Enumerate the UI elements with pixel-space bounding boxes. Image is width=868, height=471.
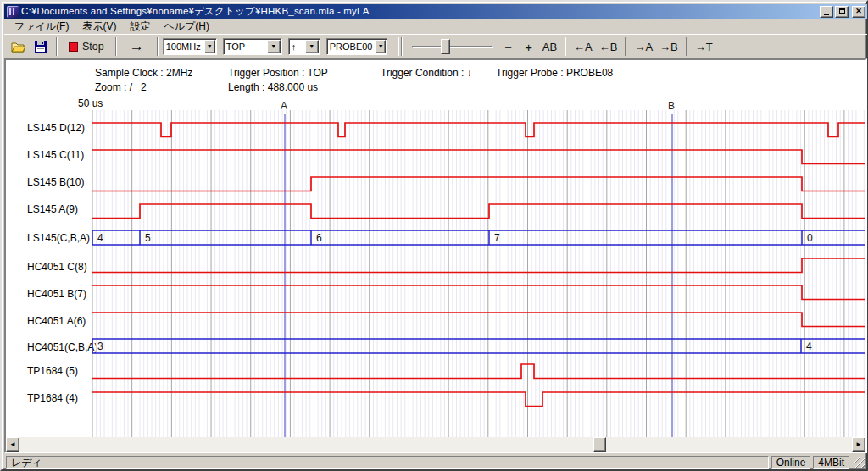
chevron-down-icon[interactable]: ▼: [376, 40, 385, 53]
digital-trace: [92, 392, 865, 407]
stop-button[interactable]: Stop: [62, 37, 111, 56]
signal-label: LS145 A(9): [27, 203, 78, 215]
titlebar[interactable]: C:¥Documents and Settings¥noname¥デスクトップ¥…: [4, 4, 867, 19]
bus-value: 6: [316, 232, 322, 244]
signal-label: LS145 B(10): [27, 176, 84, 188]
toolbar: Stop → 100MHz ▼ TOP ▼ ↑ ▼ PROBE00 ▼ − + …: [4, 34, 867, 58]
digital-trace: [92, 313, 865, 327]
digital-trace: [92, 123, 865, 137]
info-trigger-probe: Trigger Probe : PROBE08: [496, 67, 613, 79]
statusbar: レディ Online 4MBit: [4, 454, 867, 470]
timebase-label: 50 us: [78, 97, 103, 109]
scrollbar-thumb[interactable]: [593, 437, 606, 452]
toolbar-separator: [157, 37, 159, 56]
status-ready: レディ: [6, 456, 769, 469]
chevron-down-icon[interactable]: ▼: [305, 40, 319, 53]
trigger-position-value: TOP: [224, 42, 266, 52]
open-file-button[interactable]: [8, 37, 30, 56]
scroll-right-button[interactable]: ►: [852, 437, 865, 452]
run-button[interactable]: →: [121, 37, 153, 56]
info-length: Length : 488.000 us: [228, 81, 318, 93]
status-memory-badge: 4MBit: [813, 456, 849, 469]
minimize-icon: [824, 14, 829, 15]
close-button[interactable]: ✕: [852, 6, 865, 18]
toolbar-separator: [686, 37, 687, 56]
scroll-left-button[interactable]: ◄: [6, 437, 19, 452]
info-trigger-position: Trigger Position : TOP: [228, 67, 328, 79]
trigger-edge-combo[interactable]: ↑ ▼: [288, 38, 320, 55]
signal-label: LS145 D(12): [27, 122, 85, 134]
open-folder-icon: [11, 40, 26, 53]
stop-label: Stop: [82, 41, 104, 53]
jump-left-a-button[interactable]: ←A: [570, 37, 596, 56]
bus-value: 0: [807, 232, 813, 244]
digital-trace: [92, 285, 865, 300]
menu-settings[interactable]: 設定: [124, 19, 156, 35]
signal-label: TP1684 (4): [27, 392, 78, 404]
waveform-workspace: Sample Clock : 2MHz Trigger Position : T…: [4, 58, 867, 453]
toolbar-separator: [565, 37, 566, 56]
minimize-button[interactable]: [820, 6, 833, 18]
digital-trace: [92, 258, 865, 273]
trigger-position-combo[interactable]: TOP ▼: [223, 38, 282, 55]
save-button[interactable]: [30, 37, 52, 56]
sample-clock-value: 100MHz: [164, 42, 203, 52]
info-zoom: Zoom : / 2: [95, 81, 147, 93]
maximize-button[interactable]: [835, 6, 849, 18]
save-floppy-icon: [33, 40, 48, 53]
zoom-in-button[interactable]: +: [519, 37, 539, 56]
jump-trigger-button[interactable]: →T: [692, 37, 716, 56]
zoom-slider[interactable]: [412, 37, 493, 56]
menu-view[interactable]: 表示(V): [76, 19, 122, 35]
chevron-down-icon[interactable]: ▼: [204, 40, 215, 53]
zoom-slider-thumb[interactable]: [441, 39, 450, 54]
signal-label: HC4051 A(6): [27, 315, 86, 327]
digital-trace: [92, 150, 865, 164]
bus-value: 4: [806, 341, 812, 352]
horizontal-scrollbar[interactable]: ◄ ►: [6, 437, 865, 452]
zoom-out-button[interactable]: −: [498, 37, 519, 56]
menubar: ファイル(F) 表示(V) 設定 ヘルプ(H): [4, 19, 867, 34]
waveform-plot[interactable]: 4567034: [92, 110, 865, 438]
signal-label: HC4051 C(8): [27, 261, 87, 273]
signal-label: HC4051(C,B,A): [27, 341, 97, 353]
jump-left-b-button[interactable]: ←B: [596, 37, 621, 56]
maximize-icon: [839, 8, 845, 14]
stop-icon: [69, 42, 78, 52]
sample-clock-combo[interactable]: 100MHz ▼: [163, 38, 217, 55]
toolbar-separator: [56, 37, 58, 56]
digital-trace: [92, 364, 865, 379]
ab-range-button[interactable]: AB: [539, 37, 560, 56]
bus-value: 7: [494, 232, 500, 244]
digital-trace: [92, 204, 865, 219]
status-online-badge: Online: [771, 456, 811, 469]
toolbar-separator: [115, 37, 117, 56]
bus-value: 3: [97, 341, 103, 352]
signal-label: LS145(C,B,A): [27, 232, 90, 244]
bus-value: 5: [145, 232, 151, 244]
jump-right-b-button[interactable]: →B: [656, 37, 682, 56]
toolbar-separator: [625, 37, 626, 56]
digital-trace: [92, 177, 865, 191]
probe-value: PROBE00: [327, 42, 376, 52]
toolbar-separator: [398, 37, 399, 56]
app-icon: [7, 6, 19, 18]
info-trigger-condition: Trigger Condition : ↓: [381, 67, 472, 79]
info-sample-clock: Sample Clock : 2MHz: [95, 67, 192, 79]
jump-right-a-button[interactable]: →A: [631, 37, 656, 56]
app-window: C:¥Documents and Settings¥noname¥デスクトップ¥…: [0, 0, 868, 471]
signal-label: HC4051 B(7): [27, 288, 86, 300]
waveform-canvas[interactable]: 4567034: [92, 110, 865, 438]
bus-value: 4: [97, 232, 103, 244]
signal-label: LS145 C(11): [27, 149, 84, 161]
probe-combo[interactable]: PROBE00 ▼: [326, 38, 387, 55]
resize-grip-icon[interactable]: [854, 457, 865, 468]
toolbar-separator: [401, 37, 403, 56]
menu-help[interactable]: ヘルプ(H): [158, 19, 215, 35]
menu-file[interactable]: ファイル(F): [8, 19, 75, 35]
zoom-slider-track[interactable]: [412, 46, 493, 48]
trigger-edge-value: ↑: [289, 42, 304, 52]
signal-label: TP1684 (5): [27, 365, 78, 377]
window-title: C:¥Documents and Settings¥noname¥デスクトップ¥…: [21, 5, 816, 18]
chevron-down-icon[interactable]: ▼: [267, 40, 281, 53]
